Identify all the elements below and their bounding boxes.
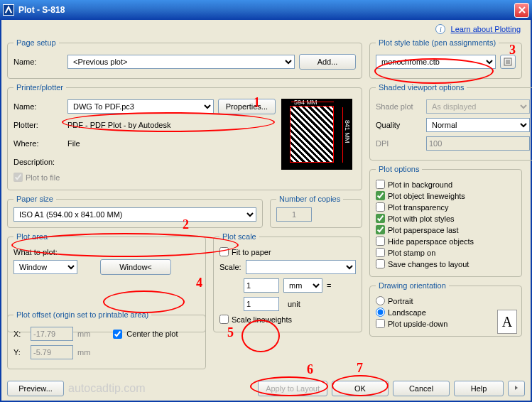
- upside-down-label: Plot upside-down: [388, 320, 447, 328]
- portrait-radio[interactable]: [376, 296, 385, 305]
- shade-plot-label: Shade plot: [376, 102, 422, 111]
- scale-lineweights-checkbox[interactable]: [219, 315, 229, 324]
- desc-label: Description:: [13, 158, 63, 166]
- y-unit-label: mm: [77, 348, 90, 357]
- pagesetup-name-label: Name:: [13, 58, 63, 66]
- copies-group: Number of copies: [270, 195, 362, 228]
- plot-options-group: Plot options Plot in background Plot obj…: [369, 165, 522, 277]
- preview-width-label: 594 MM: [294, 99, 317, 106]
- annotation-3: 3: [509, 43, 516, 58]
- annotation-4: 4: [196, 276, 202, 290]
- dpi-input: [426, 136, 530, 151]
- add-button[interactable]: Add...: [299, 54, 356, 70]
- copies-input: [276, 207, 312, 222]
- annotation-2: 2: [183, 217, 189, 232]
- window-title: Plot - S-818: [18, 5, 514, 15]
- annotation-5: 5: [227, 325, 234, 340]
- page-setup-legend: Page setup: [13, 38, 59, 47]
- help-button[interactable]: Help: [454, 381, 504, 396]
- printer-legend: Printer/plotter: [13, 83, 66, 92]
- annotation-7: 7: [357, 361, 363, 376]
- pagesetup-name-select[interactable]: <Previous plot>: [67, 55, 295, 69]
- paper-size-group: Paper size ISO A1 (594.00 x 841.00 MM): [7, 195, 263, 228]
- portrait-label: Portrait: [388, 297, 413, 305]
- where-value: File: [67, 139, 80, 148]
- upside-down-checkbox[interactable]: [376, 319, 385, 328]
- printer-name-label: Name:: [13, 102, 63, 111]
- plot-stamp-checkbox[interactable]: [376, 248, 385, 257]
- save-changes-label: Save changes to layout: [388, 260, 469, 268]
- y-label: Y:: [13, 348, 26, 357]
- paper-size-legend: Paper size: [13, 195, 56, 203]
- center-plot-label: Center the plot: [126, 330, 178, 338]
- hide-paperspace-checkbox[interactable]: [376, 237, 385, 246]
- annotation-1: 1: [254, 95, 260, 110]
- what-to-plot-select[interactable]: Window: [13, 260, 77, 274]
- x-unit-label: mm: [77, 330, 90, 338]
- ok-button[interactable]: OK: [332, 381, 389, 396]
- plot-style-group: Plot style table (pen assignments) monoc…: [369, 38, 522, 79]
- plotter-value: PDF - PDF Plot - by Autodesk: [67, 121, 171, 129]
- plot-to-file-label: Plot to file: [26, 173, 60, 182]
- plot-style-legend: Plot style table (pen assignments): [376, 38, 499, 47]
- info-icon: i: [435, 24, 445, 34]
- paperspace-last-checkbox[interactable]: [376, 225, 385, 234]
- orientation-legend: Drawing orientation: [376, 281, 449, 290]
- scale-label: Scale:: [219, 263, 241, 271]
- fit-to-paper-checkbox[interactable]: [219, 247, 229, 256]
- page-setup-group: Page setup Name: <Previous plot> Add...: [7, 38, 362, 79]
- paper-size-select[interactable]: ISO A1 (594.00 x 841.00 MM): [13, 207, 256, 222]
- scale-unit-input[interactable]: [244, 297, 279, 311]
- shade-plot-select: As displayed: [426, 99, 530, 114]
- quality-label: Quality: [376, 121, 422, 129]
- plot-offset-group: Plot offset (origin set to printable are…: [7, 310, 206, 369]
- orientation-icon: A: [497, 310, 517, 334]
- watermark: autocadtip.com: [68, 382, 146, 395]
- plot-scale-group: Plot scale Fit to paper Scale: mm =: [213, 232, 362, 332]
- unit-label: unit: [283, 300, 322, 308]
- quality-select[interactable]: Normal: [426, 118, 530, 132]
- scale-unit-select[interactable]: mm: [283, 278, 322, 293]
- plot-to-file-checkbox: [13, 173, 23, 182]
- scale-select[interactable]: [246, 260, 356, 274]
- plot-style-select[interactable]: monochrome.ctb: [376, 55, 496, 69]
- offset-x-input: [31, 327, 73, 341]
- plot-bg-label: Plot in background: [388, 180, 452, 189]
- plot-transparency-checkbox[interactable]: [376, 202, 385, 212]
- paperspace-last-label: Plot paperspace last: [388, 226, 459, 234]
- plot-stamp-label: Plot stamp on: [388, 249, 435, 257]
- plot-lw-label: Plot object lineweights: [388, 192, 465, 200]
- close-button[interactable]: [514, 3, 529, 18]
- scale-mm-input[interactable]: [244, 278, 279, 293]
- hide-paperspace-label: Hide paperspace objects: [388, 237, 474, 246]
- plot-options-legend: Plot options: [376, 165, 422, 173]
- window-pick-button[interactable]: Window<: [100, 259, 171, 275]
- plot-styles-checkbox[interactable]: [376, 214, 385, 223]
- annotation-6: 6: [307, 362, 313, 377]
- equals-label: =: [327, 281, 331, 290]
- printer-group: Printer/plotter Name: DWG To PDF.pc3 Pro…: [7, 83, 362, 190]
- printer-name-select[interactable]: DWG To PDF.pc3: [67, 99, 214, 114]
- properties-button[interactable]: Properties...: [218, 99, 276, 114]
- where-label: Where:: [13, 139, 63, 148]
- plot-scale-legend: Plot scale: [219, 232, 259, 241]
- center-plot-checkbox[interactable]: [113, 330, 122, 339]
- save-changes-checkbox[interactable]: [376, 259, 385, 268]
- x-label: X:: [13, 330, 26, 338]
- what-to-plot-label: What to plot:: [13, 248, 200, 256]
- shaded-viewport-group: Shaded viewport options Shade plot As di…: [369, 83, 532, 161]
- learn-plotting-link[interactable]: Learn about Plotting: [451, 25, 521, 33]
- preview-button[interactable]: Preview...: [7, 381, 64, 396]
- plot-lw-checkbox[interactable]: [376, 191, 385, 200]
- shaded-legend: Shaded viewport options: [376, 83, 467, 92]
- cancel-button[interactable]: Cancel: [393, 381, 450, 396]
- plot-transparency-label: Plot transparency: [388, 203, 449, 212]
- scale-lineweights-label: Scale lineweights: [232, 315, 292, 324]
- landscape-label: Landscape: [388, 308, 426, 317]
- landscape-radio[interactable]: [376, 308, 385, 317]
- plot-area-legend: Plot area: [13, 232, 50, 241]
- plot-bg-checkbox[interactable]: [376, 180, 385, 189]
- plotter-label: Plotter:: [13, 121, 63, 129]
- expand-button[interactable]: [508, 381, 525, 396]
- apply-layout-button: Apply to Layout: [258, 381, 327, 396]
